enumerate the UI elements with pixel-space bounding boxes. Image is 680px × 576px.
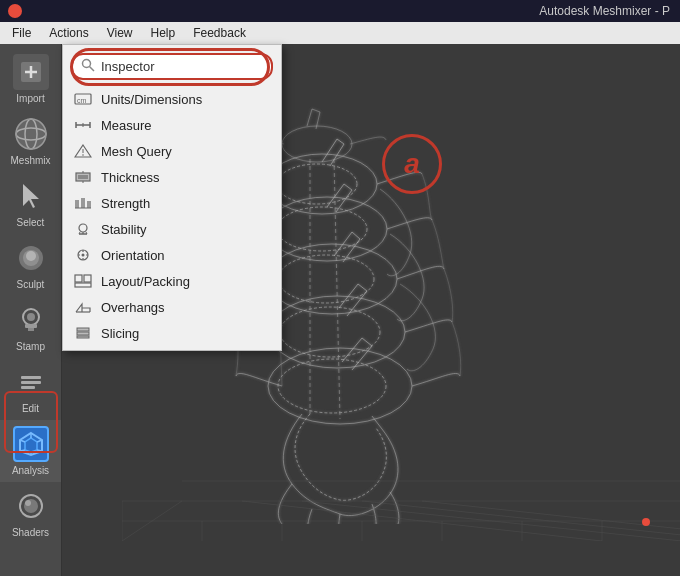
- dropdown-item-thickness[interactable]: Thickness: [63, 164, 281, 190]
- svg-point-28: [25, 500, 31, 506]
- select-icon: [13, 178, 49, 214]
- sidebar: Import Meshmix Select: [0, 44, 62, 576]
- sidebar-item-meshmix[interactable]: Meshmix: [0, 110, 61, 172]
- svg-rect-70: [75, 200, 79, 208]
- menu-help[interactable]: Help: [143, 24, 184, 42]
- svg-line-46: [422, 501, 680, 529]
- svg-rect-87: [75, 283, 91, 287]
- units-icon: cm: [73, 91, 93, 107]
- dropdown-item-units[interactable]: cm Units/Dimensions: [63, 86, 281, 112]
- svg-point-39: [282, 126, 352, 162]
- dropdown-item-measure[interactable]: Measure: [63, 112, 281, 138]
- svg-point-33: [267, 244, 397, 314]
- svg-rect-90: [77, 332, 89, 335]
- sidebar-label-meshmix: Meshmix: [10, 155, 50, 166]
- svg-rect-13: [25, 324, 37, 328]
- red-dot-indicator: [642, 518, 650, 526]
- search-icon: [81, 58, 95, 75]
- stamp-icon: [13, 302, 49, 338]
- analysis-dropdown-menu: Inspector cm Units/Dimensions Measure: [62, 44, 282, 351]
- sidebar-label-shaders: Shaders: [12, 527, 49, 538]
- svg-point-65: [82, 154, 84, 156]
- overhangs-icon: [73, 299, 93, 315]
- dropdown-item-stability[interactable]: Stability: [63, 216, 281, 242]
- sculpt-icon: [13, 240, 49, 276]
- menu-actions[interactable]: Actions: [41, 24, 96, 42]
- svg-marker-19: [25, 438, 37, 452]
- close-button[interactable]: [8, 4, 22, 18]
- inspector-search-box[interactable]: Inspector: [71, 53, 273, 80]
- sidebar-label-sculpt: Sculpt: [17, 279, 45, 290]
- svg-rect-89: [77, 328, 89, 331]
- sidebar-label-select: Select: [17, 217, 45, 228]
- svg-point-80: [82, 254, 85, 257]
- title-bar: Autodesk Meshmixer - P: [0, 0, 680, 22]
- svg-rect-17: [21, 386, 35, 389]
- sidebar-item-stamp[interactable]: Stamp: [0, 296, 61, 358]
- svg-point-30: [277, 164, 357, 204]
- analysis-icon: [13, 426, 49, 462]
- svg-rect-72: [87, 201, 91, 208]
- orientation-icon: [73, 247, 93, 263]
- svg-rect-67: [78, 175, 88, 179]
- dropdown-item-overhangs[interactable]: Overhangs: [63, 294, 281, 320]
- svg-rect-85: [75, 275, 82, 282]
- stability-icon: [73, 221, 93, 237]
- svg-rect-14: [28, 328, 34, 331]
- svg-rect-86: [84, 275, 91, 282]
- title-text: Autodesk Meshmixer - P: [539, 4, 670, 18]
- svg-rect-71: [81, 198, 85, 208]
- import-icon: [13, 54, 49, 90]
- menu-bar: File Actions View Help Feedback: [0, 22, 680, 44]
- dropdown-item-slicing[interactable]: Slicing: [63, 320, 281, 346]
- grid-floor: [122, 441, 680, 541]
- inspector-search-text: Inspector: [101, 59, 154, 74]
- sidebar-label-stamp: Stamp: [16, 341, 45, 352]
- svg-point-34: [278, 255, 374, 303]
- sidebar-label-edit: Edit: [22, 403, 39, 414]
- measure-icon: [73, 117, 93, 133]
- dropdown-item-strength[interactable]: Strength: [63, 190, 281, 216]
- svg-point-36: [280, 307, 380, 357]
- thickness-icon: [73, 169, 93, 185]
- layout-icon: [73, 273, 93, 289]
- svg-text:cm: cm: [77, 97, 87, 104]
- menu-view[interactable]: View: [99, 24, 141, 42]
- sidebar-label-import: Import: [16, 93, 44, 104]
- svg-point-35: [269, 296, 405, 368]
- annotation-circle-a: a: [382, 134, 442, 194]
- sidebar-item-edit[interactable]: Edit: [0, 358, 61, 420]
- sidebar-item-sculpt[interactable]: Sculpt: [0, 234, 61, 296]
- svg-point-55: [83, 60, 91, 68]
- slicing-icon: [73, 325, 93, 341]
- svg-rect-91: [77, 336, 89, 338]
- svg-marker-7: [23, 184, 39, 208]
- svg-point-10: [26, 251, 36, 261]
- dropdown-item-meshquery[interactable]: Mesh Query: [63, 138, 281, 164]
- dropdown-item-orientation[interactable]: Orientation: [63, 242, 281, 268]
- svg-line-22: [37, 450, 42, 451]
- svg-line-45: [362, 501, 680, 535]
- edit-icon: [13, 364, 49, 400]
- svg-line-56: [90, 67, 95, 72]
- svg-rect-16: [21, 381, 41, 384]
- svg-point-38: [278, 359, 386, 413]
- svg-point-74: [79, 224, 87, 232]
- shaders-icon: [13, 488, 49, 524]
- sidebar-item-import[interactable]: Import: [0, 48, 61, 110]
- meshmix-icon: [13, 116, 49, 152]
- svg-line-24: [20, 450, 25, 451]
- sidebar-label-analysis: Analysis: [12, 465, 49, 476]
- svg-point-12: [27, 313, 35, 321]
- meshquery-icon: [73, 143, 93, 159]
- menu-feedback[interactable]: Feedback: [185, 24, 254, 42]
- strength-icon: [73, 195, 93, 211]
- svg-rect-15: [21, 376, 41, 379]
- sidebar-item-analysis[interactable]: Analysis: [0, 420, 61, 482]
- svg-point-29: [267, 154, 377, 214]
- menu-file[interactable]: File: [4, 24, 39, 42]
- sidebar-item-shaders[interactable]: Shaders: [0, 482, 61, 544]
- sidebar-item-select[interactable]: Select: [0, 172, 61, 234]
- dropdown-item-layout[interactable]: Layout/Packing: [63, 268, 281, 294]
